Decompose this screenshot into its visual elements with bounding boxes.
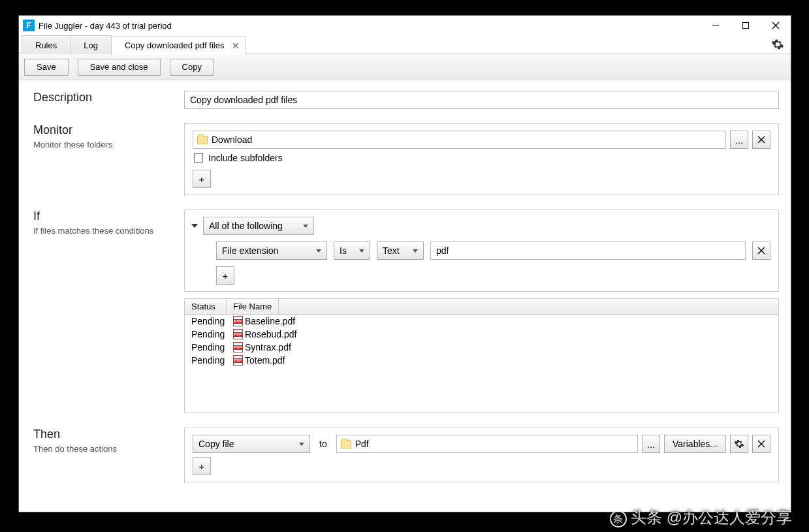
condition-value-input[interactable] — [430, 242, 746, 260]
description-input[interactable] — [184, 91, 779, 109]
tab-active-rule[interactable]: Copy downloaded pdf files ✕ — [111, 36, 246, 55]
action-settings-button[interactable] — [730, 435, 748, 453]
add-monitor-folder-button[interactable]: + — [193, 170, 211, 188]
remove-folder-button[interactable] — [752, 131, 770, 149]
description-label: Description — [33, 91, 184, 104]
cell-status: Pending — [191, 342, 233, 352]
destination-folder-input[interactable]: Pdf — [336, 435, 638, 453]
cell-filename: Rosebud.pdf — [233, 329, 296, 339]
copy-button[interactable]: Copy — [170, 59, 214, 76]
pdf-icon — [233, 329, 243, 339]
tab-close-icon[interactable]: ✕ — [232, 40, 240, 51]
add-condition-button[interactable]: + — [216, 266, 234, 285]
monitor-section: Monitor Monitor these folders Download .… — [31, 123, 779, 195]
condition-type-dropdown[interactable]: Text — [377, 242, 424, 260]
pdf-icon — [233, 342, 243, 352]
close-button[interactable] — [761, 16, 791, 35]
settings-gear-icon[interactable] — [771, 38, 784, 54]
application-window: F File Juggler - day 443 of trial period… — [18, 15, 791, 512]
save-close-button[interactable]: Save and close — [78, 59, 161, 76]
table-row[interactable]: PendingSyntrax.pdf — [185, 341, 778, 354]
pdf-icon — [233, 316, 243, 326]
destination-folder-name: Pdf — [355, 439, 369, 449]
col-filename[interactable]: File Name — [227, 299, 279, 314]
titlebar: F File Juggler - day 443 of trial period — [19, 16, 791, 35]
table-row[interactable]: PendingBaseline.pdf — [185, 315, 778, 328]
action-dropdown[interactable]: Copy file — [193, 435, 310, 453]
table-row[interactable]: PendingRosebud.pdf — [185, 328, 778, 341]
remove-action-button[interactable] — [752, 435, 770, 453]
pdf-icon — [233, 355, 243, 366]
browse-destination-button[interactable]: ... — [642, 435, 660, 453]
cell-filename: Totem.pdf — [233, 355, 285, 366]
folder-icon — [197, 136, 208, 144]
maximize-button[interactable] — [731, 16, 761, 35]
browse-folder-button[interactable]: ... — [730, 131, 748, 149]
monitor-label: Monitor — [33, 123, 184, 137]
cell-status: Pending — [191, 329, 233, 339]
monitor-folder-name: Download — [212, 134, 252, 145]
save-button[interactable]: Save — [24, 59, 69, 76]
to-label: to — [319, 439, 327, 449]
watermark-icon: 条 — [610, 510, 627, 527]
description-section: Description — [31, 91, 779, 109]
variables-button[interactable]: Variables... — [664, 435, 726, 453]
monitor-folder-input[interactable]: Download — [193, 131, 726, 149]
minimize-button[interactable] — [701, 16, 731, 35]
monitor-sublabel: Monitor these folders — [33, 140, 184, 149]
cell-status: Pending — [191, 316, 233, 326]
condition-field-dropdown[interactable]: File extension — [216, 242, 327, 260]
tab-active-label: Copy downloaded pdf files — [125, 40, 225, 50]
if-section: If If files matches these conditions All… — [31, 210, 779, 413]
watermark: 条头条 @办公达人爱分享 — [610, 507, 792, 528]
then-section: Then Then do these actions Copy file to … — [31, 428, 779, 482]
tab-log[interactable]: Log — [70, 35, 112, 54]
cell-filename: Syntrax.pdf — [233, 342, 291, 352]
then-sublabel: Then do these actions — [33, 444, 184, 454]
condition-operator-dropdown[interactable]: Is — [334, 242, 370, 260]
then-label: Then — [33, 428, 184, 441]
tab-rules[interactable]: Rules — [22, 35, 71, 54]
if-sublabel: If files matches these conditions — [33, 226, 184, 236]
if-label: If — [33, 210, 184, 223]
toolbar: Save Save and close Copy — [19, 54, 791, 80]
cell-status: Pending — [191, 355, 233, 366]
add-action-button[interactable]: + — [193, 457, 211, 475]
col-status[interactable]: Status — [185, 299, 227, 314]
match-mode-dropdown[interactable]: All of the following — [203, 217, 314, 235]
window-title: File Juggler - day 443 of trial period — [39, 21, 172, 31]
tab-bar: Rules Log Copy downloaded pdf files ✕ — [19, 35, 791, 54]
include-subfolders-label: Include subfolders — [208, 153, 283, 163]
include-subfolders-checkbox[interactable] — [194, 153, 203, 163]
preview-table: Status File Name PendingBaseline.pdfPend… — [184, 298, 779, 413]
svg-rect-1 — [743, 23, 749, 29]
expand-icon[interactable] — [191, 224, 198, 228]
app-icon: F — [23, 20, 35, 31]
cell-filename: Baseline.pdf — [233, 316, 295, 326]
folder-icon — [341, 440, 351, 448]
table-row[interactable]: PendingTotem.pdf — [185, 354, 778, 367]
remove-condition-button[interactable] — [752, 242, 770, 260]
